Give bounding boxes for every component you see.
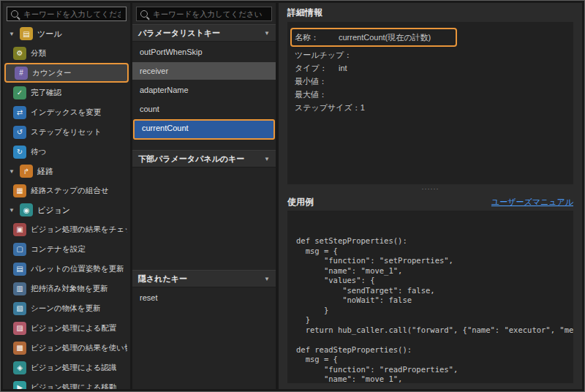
sidebar-item-classification[interactable]: ⚙ 分類 <box>3 43 130 63</box>
sidebar-item-path-step-combination[interactable]: ▦ 経路ステップの組合せ <box>3 181 130 200</box>
update-scene-objects-icon: ▧ <box>13 302 26 315</box>
sidebar-item-label: 待つ <box>31 147 46 157</box>
sidebar-item-label: ステップをリセット <box>31 127 102 137</box>
sidebar-item-label: インデックスを変更 <box>31 108 101 118</box>
caret-down-icon: ▼ <box>264 156 270 162</box>
param-item-adaptername[interactable]: adapterName <box>132 81 276 99</box>
sidebar-item-update-scene-objects[interactable]: ▧ シーンの物体を更新 <box>3 298 130 318</box>
user-manual-link[interactable]: ユーザーズマニュアル <box>491 197 573 208</box>
recognize-by-vision-icon: ◈ <box>13 361 26 374</box>
path-icon: ↱ <box>20 165 33 178</box>
section-title: 隠されたキー <box>138 274 187 284</box>
sidebar-item-label: 分類 <box>31 48 46 59</box>
detail-row-step-size: ステップサイズ： 1 <box>295 101 566 114</box>
sidebar-item-completion-check[interactable]: ✓ 完了確認 <box>3 83 130 102</box>
usage-header: 使用例 ユーザーズマニュアル <box>279 193 582 211</box>
sidebar-item-label: 経路ステップの組合せ <box>31 186 108 196</box>
sidebar-item-set-container[interactable]: ▢ コンテナを設定 <box>3 239 130 259</box>
set-container-icon: ▢ <box>13 243 26 256</box>
caret-down-icon: ▼ <box>9 31 15 37</box>
sidebar-item-check-vision-result[interactable]: ▣ ビジョン処理の結果をチェック <box>3 219 130 239</box>
sidebar-item-change-index[interactable]: ⇄ インデックスを変更 <box>3 102 130 122</box>
change-index-icon: ⇄ <box>13 106 26 119</box>
sidebar-item-label: カウンター <box>32 68 71 78</box>
section-title: 下部パラメータパネルのキー <box>138 154 244 165</box>
detail-info-panel: 詳細情報 名称： currentCount(現在の計数) ツールチップ： タイプ… <box>279 3 582 389</box>
sidebar-item-label: コンテナを設定 <box>31 244 86 255</box>
detail-value: currentCount(現在の計数) <box>339 32 431 43</box>
checklist-icon: ✓ <box>13 86 26 99</box>
sidebar-item-recognize-by-vision[interactable]: ◈ ビジョン処理による認識 <box>3 358 130 377</box>
sidebar-item-label: ビジョン処理による移動 <box>31 382 116 390</box>
usage-code-box: def setStepProperties(): msg = { "functi… <box>287 211 573 383</box>
section-header-hidden-keys[interactable]: 隠されたキー ▼ <box>132 270 276 287</box>
sidebar-group-path[interactable]: ▼ ↱ 経路 <box>3 162 130 181</box>
sidebar-item-update-picked-objects[interactable]: ▥ 把持済み対象物を更新 <box>3 279 130 298</box>
update-picked-objects-icon: ▥ <box>13 282 26 295</box>
section-title: パラメータリストキー <box>138 28 220 39</box>
param-item-reset[interactable]: reset <box>132 289 276 306</box>
usage-title: 使用例 <box>287 196 314 208</box>
sidebar-item-use-up-vision-result[interactable]: ▩ ビジョン処理の結果を使い切る <box>3 338 130 358</box>
detail-row-tooltip: ツールチップ： <box>295 48 566 61</box>
left-search-box[interactable] <box>7 7 127 21</box>
gear-icon: ⚙ <box>13 47 26 60</box>
sidebar-group-label: ビジョン <box>37 205 70 216</box>
sidebar-item-update-pallet-pose[interactable]: ▤ パレットの位置姿勢を更新 <box>3 259 130 279</box>
reset-step-icon: ↺ <box>13 126 26 139</box>
sidebar-item-reset-step[interactable]: ↺ ステップをリセット <box>3 122 130 142</box>
sidebar-item-label: ビジョン処理の結果をチェック <box>31 225 127 235</box>
section-header-bottom-parameter-panel-key[interactable]: 下部パラメータパネルのキー ▼ <box>132 150 276 167</box>
detail-row-max: 最大値： <box>295 88 566 101</box>
counter-icon: # <box>15 67 28 80</box>
app-window: ▼ ▤ ツール ⚙ 分類 # カウンター ✓ 完了確認 ⇄ インデックスを変更 … <box>0 0 585 392</box>
detail-row-min: 最小値： <box>295 75 566 88</box>
detail-label: ステップサイズ： <box>295 102 361 113</box>
sidebar-item-wait[interactable]: ↻ 待つ <box>3 142 130 162</box>
search-icon <box>140 10 148 18</box>
sidebar-group-vision[interactable]: ▼ ◉ ビジョン <box>3 200 130 219</box>
sidebar-item-label: シーンの物体を更新 <box>31 304 100 314</box>
use-up-vision-result-icon: ▩ <box>13 342 26 355</box>
middle-search-input[interactable] <box>151 9 268 19</box>
detail-value: int <box>339 64 347 72</box>
vision-eye-icon: ◉ <box>20 203 33 216</box>
sidebar-item-counter[interactable]: # カウンター <box>4 63 129 83</box>
caret-down-icon: ▼ <box>9 168 15 175</box>
check-vision-result-icon: ▣ <box>13 223 26 236</box>
caret-down-icon: ▼ <box>264 276 270 282</box>
search-icon <box>11 10 18 18</box>
sidebar-item-move-by-vision[interactable]: ▶ ビジョン処理による移動 <box>3 377 130 389</box>
caret-down-icon: ▼ <box>9 207 15 214</box>
detail-label: タイプ： <box>295 63 339 74</box>
param-item-outportwhenskip[interactable]: outPortWhenSkip <box>132 43 276 61</box>
detail-label: 名称： <box>295 32 339 43</box>
detail-row-type: タイプ： int <box>295 61 566 75</box>
sidebar-item-place-by-vision[interactable]: ▨ ビジョン処理による配置 <box>3 318 130 338</box>
spacer <box>132 167 276 270</box>
left-search-input[interactable] <box>22 9 122 19</box>
update-pallet-pose-icon: ▤ <box>13 263 26 276</box>
sidebar-item-label: ビジョン処理による配置 <box>31 323 116 333</box>
middle-search-box[interactable] <box>136 7 272 21</box>
sidebar-group-tools[interactable]: ▼ ▤ ツール <box>3 24 130 43</box>
section-header-parameter-list-key[interactable]: パラメータリストキー ▼ <box>132 24 276 42</box>
param-item-receiver[interactable]: receiver <box>132 62 276 80</box>
caret-down-icon: ▼ <box>264 30 270 37</box>
sidebar-group-label: 経路 <box>37 166 53 177</box>
param-item-currentcount[interactable]: currentCount <box>133 119 275 140</box>
sidebar-item-label: パレットの位置姿勢を更新 <box>31 264 124 274</box>
spacer <box>132 141 276 150</box>
path-combination-icon: ▦ <box>13 184 26 197</box>
detail-info-title: 詳細情報 <box>279 3 582 22</box>
move-by-vision-icon: ▶ <box>13 381 26 390</box>
param-item-count[interactable]: count <box>132 100 276 118</box>
detail-label: ツールチップ： <box>295 50 352 61</box>
place-by-vision-icon: ▨ <box>13 322 26 335</box>
detail-fields-box: 名称： currentCount(現在の計数) ツールチップ： タイプ： int… <box>287 22 573 184</box>
sidebar-item-label: 把持済み対象物を更新 <box>31 284 108 294</box>
toolbox-icon: ▤ <box>20 27 33 40</box>
step-library-panel: ▼ ▤ ツール ⚙ 分類 # カウンター ✓ 完了確認 ⇄ インデックスを変更 … <box>3 3 130 389</box>
panel-splitter-handle[interactable]: ······ <box>279 184 582 193</box>
detail-value: 1 <box>361 103 365 112</box>
